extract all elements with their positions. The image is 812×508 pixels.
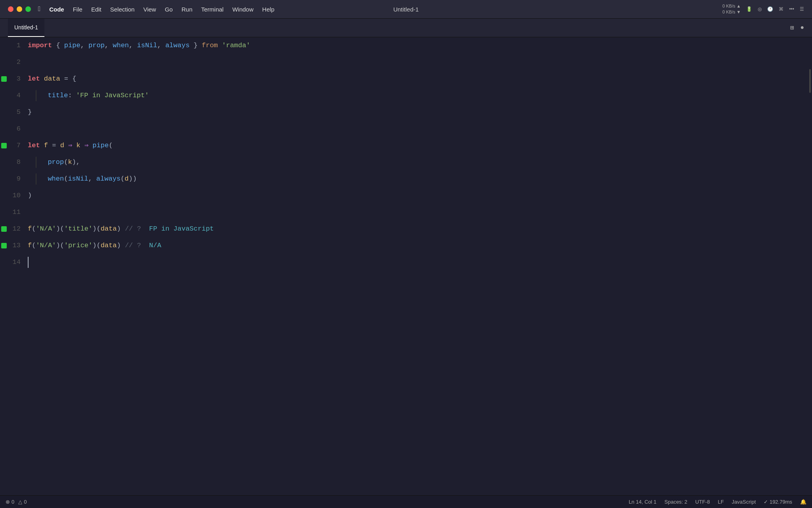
cursor-position[interactable]: Ln 14, Col 1 [629,499,657,505]
code-line-2 [28,54,806,71]
arg-data1: data [101,221,117,237]
cursor-line [28,257,29,268]
gutter-row-1: 1 [0,37,28,54]
fn-when2: when [48,171,64,187]
line-num-13: 13 [8,237,24,254]
marker-1 [0,37,8,54]
split-editor-icon[interactable]: ⊞ [790,24,794,32]
gutter-row-13: 13 [0,237,28,254]
fn-isnil2: isNil [68,171,88,187]
marker-8 [0,154,8,171]
file-encoding[interactable]: UTF-8 [695,499,710,505]
arg-na2: 'N/A' [36,237,56,254]
arrow2: ⇒ [84,137,88,154]
line-numbers: 1 2 3 4 5 6 [0,37,28,495]
close-obj: } [28,104,32,121]
marker-3 [0,71,8,87]
menu-code[interactable]: Code [49,6,64,13]
notifications-icon[interactable]: 🔔 [800,499,806,505]
keyword-let: let [28,71,40,87]
p13b: )( [56,237,64,254]
line-num-5: 5 [8,104,24,121]
scrollbar[interactable] [806,37,812,495]
p12b: )( [56,221,64,237]
scrollbar-thumb[interactable] [809,69,811,93]
eq: = { [60,71,77,87]
close-button[interactable] [8,6,13,12]
breakpoint-7[interactable] [1,143,7,148]
keyword-import: import [28,37,52,54]
line-num-1: 1 [8,37,24,54]
menu-file[interactable]: File [73,6,82,13]
line-num-9: 9 [8,171,24,187]
titlebar-left:  Code File Edit Selection View Go Run T… [8,6,274,13]
code-line-5: } [28,104,806,121]
line-num-6: 6 [8,121,24,137]
code-line-3: let data = { [28,71,806,87]
gutter-row-5: 5 [0,104,28,121]
code-content[interactable]: import { pipe , prop , when , isNil , al… [28,37,806,495]
code-line-1: import { pipe , prop , when , isNil , al… [28,37,806,54]
kb-upload: 0 KB/s ▲ [722,3,741,9]
line-num-7: 7 [8,137,24,154]
gutter-row-12: 12 [0,221,28,237]
p9a: ( [64,171,68,187]
marker-13 [0,237,8,254]
network-info: 0 KB/s ▲ 0 KB/s ▼ [722,3,741,15]
code-line-13: f ( 'N/A' )( 'price' )( data ) // ? N/A [28,237,806,254]
window-title: Untitled-1 [393,6,419,13]
line-num-12: 12 [8,221,24,237]
unsaved-indicator: ● [800,24,804,31]
warning-count[interactable]: △ 0 [18,499,27,505]
gutter-row-3: 3 [0,71,28,87]
comma3: , [129,37,137,54]
arg-price: 'price' [64,237,92,254]
p13c: )( [92,237,100,254]
breakpoint-13[interactable] [1,243,7,248]
maximize-button[interactable] [25,6,31,12]
p12d: ) [117,221,124,237]
marker-2 [0,54,8,71]
fn-pipe: pipe [64,37,80,54]
sp7d [80,137,84,154]
p9c: )) [128,171,136,187]
menu-go[interactable]: Go [165,6,173,13]
indent8 [28,154,36,171]
menu-view[interactable]: View [143,6,156,13]
indentation[interactable]: Spaces: 2 [665,499,688,505]
error-count[interactable]: ⊗ 0 [6,499,14,505]
gutter-row-11: 11 [0,204,28,221]
breakpoint-12[interactable] [1,226,7,232]
result-13: N/A [145,237,161,254]
gutter-row-9: 9 [0,171,28,187]
menu-edit[interactable]: Edit [91,6,102,13]
language-mode[interactable]: JavaScript [732,499,756,505]
close8: ), [72,154,80,171]
statusbar: ⊗ 0 △ 0 Ln 14, Col 1 Spaces: 2 UTF-8 LF … [0,495,812,508]
sp7b [64,137,68,154]
tab-untitled[interactable]: Untitled-1 [8,19,44,37]
empty6 [28,121,32,137]
fn-always2: always [96,171,121,187]
menu-run[interactable]: Run [182,6,193,13]
timing-info: ✓ 192.79ms [764,499,792,505]
comment-13: // ? [125,237,145,254]
breakpoint-3[interactable] [1,76,7,82]
menu-terminal[interactable]: Terminal [201,6,224,13]
arrow1: ⇒ [68,137,72,154]
colon: : [68,87,76,104]
param-d: d [60,137,64,154]
empty11 [28,204,32,221]
p9b: ( [121,171,124,187]
fn-always: always [165,37,190,54]
minimize-button[interactable] [17,6,22,12]
time-icon: 🕐 [767,6,773,12]
warning-number: 0 [24,499,27,505]
line-endings[interactable]: LF [718,499,724,505]
menu-help[interactable]: Help [262,6,274,13]
code-line-6 [28,121,806,137]
menu-selection[interactable]: Selection [110,6,135,13]
fn-call-f2: f [28,237,32,254]
line-num-8: 8 [8,154,24,171]
menu-window[interactable]: Window [232,6,253,13]
